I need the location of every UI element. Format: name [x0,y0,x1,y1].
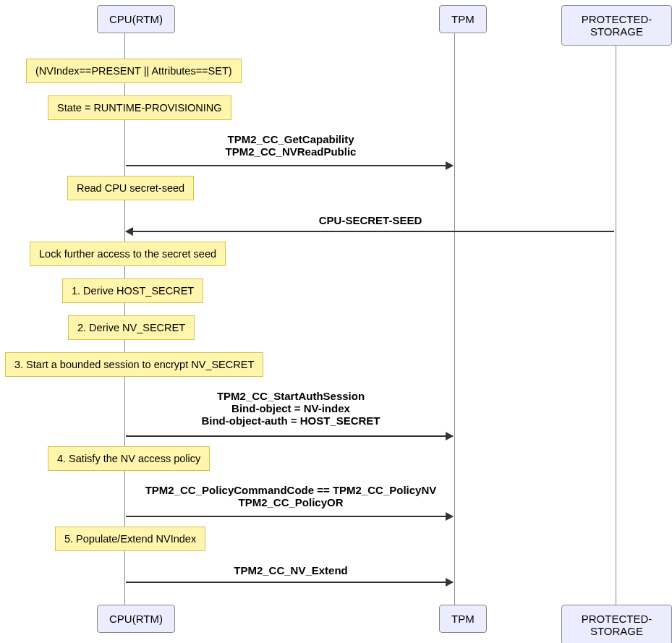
actor-tpm-top: TPM [439,5,487,33]
actor-label: PROTECTED-STORAGE [582,13,652,38]
note-populate: 5. Populate/Extend NVIndex [55,527,205,551]
msg-getcapability: TPM2_CC_GetCapability TPM2_CC_NVReadPubl… [124,133,457,158]
actor-label: TPM [451,613,475,625]
note-read-seed: Read CPU secret-seed [67,176,194,200]
note-text: 5. Populate/Extend NVIndex [64,533,196,545]
actor-cpu-bottom: CPU(RTM) [97,605,175,633]
note-state: State = RUNTIME-PROVISIONING [48,95,231,120]
msg-policy: TPM2_CC_PolicyCommandCode == TPM2_CC_Pol… [124,484,457,508]
arrow-getcapability [126,165,453,166]
actor-cpu-top: CPU(RTM) [97,5,175,33]
msg-startauthsession: TPM2_CC_StartAuthSession Bind-object = N… [124,390,457,427]
note-start-session: 3. Start a bounded session to encrypt NV… [5,352,263,377]
actor-storage-bottom: PROTECTED-STORAGE [561,605,672,643]
msg-line: Bind-object-auth = HOST_SECRET [124,414,457,427]
arrow-startauthsession [126,435,453,437]
actor-tpm-bottom: TPM [439,605,487,633]
note-nvindex-check: (NVIndex==PRESENT || Attributes==SET) [26,59,242,83]
msg-line: TPM2_CC_NVReadPublic [124,145,457,158]
note-satisfy-policy: 4. Satisfy the NV access policy [48,446,210,471]
msg-line: Bind-object = NV-index [124,402,457,414]
note-text: 4. Satisfy the NV access policy [57,453,200,464]
arrow-policy [126,516,453,517]
note-text: Lock further access to the secret seed [39,248,216,260]
actor-label: CPU(RTM) [109,13,163,25]
note-derive-host: 1. Derive HOST_SECRET [62,278,203,303]
note-text: Read CPU secret-seed [77,182,184,194]
note-text: State = RUNTIME-PROVISIONING [57,102,222,114]
msg-nvextend: TPM2_CC_NV_Extend [124,564,457,576]
note-lock-seed: Lock further access to the secret seed [30,242,226,266]
lifeline-tpm [454,33,455,605]
msg-line: TPM2_CC_NV_Extend [124,564,457,576]
note-text: 3. Start a bounded session to encrypt NV… [14,359,254,370]
msg-line: TPM2_CC_StartAuthSession [124,390,457,402]
actor-storage-top: PROTECTED-STORAGE [561,5,672,46]
msg-line: TPM2_CC_GetCapability [124,133,457,145]
arrow-secret-seed [126,231,614,232]
note-text: 2. Derive NV_SECRET [77,322,185,333]
note-text: (NVIndex==PRESENT || Attributes==SET) [35,65,232,77]
actor-label: PROTECTED-STORAGE [582,613,652,637]
note-derive-nv: 2. Derive NV_SECRET [68,315,195,340]
msg-line: CPU-SECRET-SEED [124,214,616,226]
msg-secret-seed: CPU-SECRET-SEED [124,214,616,226]
lifeline-storage [616,33,616,605]
msg-line: TPM2_CC_PolicyOR [124,496,457,508]
msg-line: TPM2_CC_PolicyCommandCode == TPM2_CC_Pol… [124,484,457,496]
actor-label: TPM [451,13,475,25]
arrow-nvextend [126,582,453,583]
note-text: 1. Derive HOST_SECRET [72,285,194,297]
actor-label: CPU(RTM) [109,613,163,625]
